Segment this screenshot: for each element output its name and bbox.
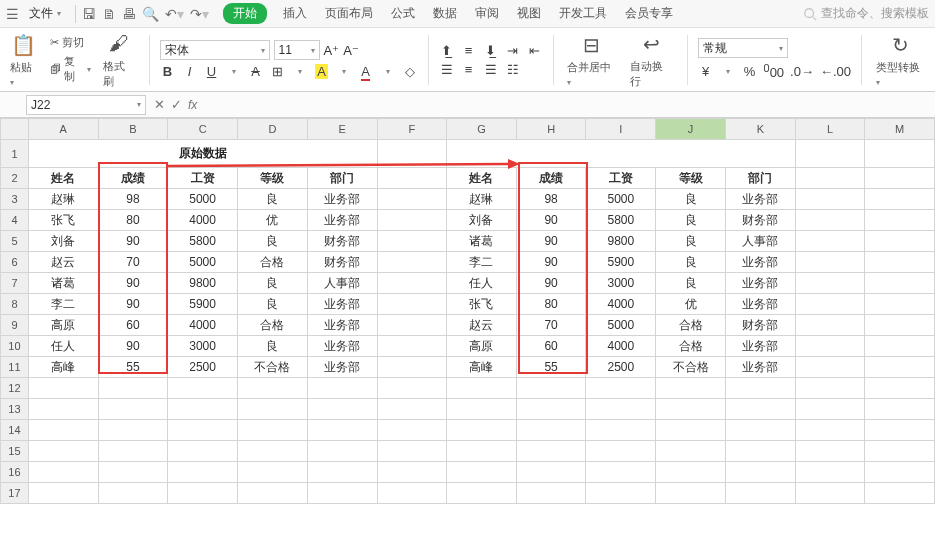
cell-H11[interactable]: 55: [516, 357, 586, 378]
cell-B9[interactable]: 60: [98, 315, 168, 336]
cell-L2[interactable]: [795, 168, 865, 189]
indent-increase-icon[interactable]: ⇥: [505, 43, 521, 58]
cell-H13[interactable]: [516, 399, 586, 420]
distribute-icon[interactable]: ☷: [505, 62, 521, 77]
cell-G15[interactable]: [447, 441, 517, 462]
clear-format-button[interactable]: ◇: [402, 64, 418, 79]
cell-C14[interactable]: [168, 420, 238, 441]
cell-I6[interactable]: 5900: [586, 252, 656, 273]
cell-K4[interactable]: 财务部: [725, 210, 795, 231]
cell-E16[interactable]: [307, 462, 377, 483]
cell-H4[interactable]: 90: [516, 210, 586, 231]
cell-E15[interactable]: [307, 441, 377, 462]
cell-E6[interactable]: 财务部: [307, 252, 377, 273]
undo-icon[interactable]: ↶▾: [165, 6, 184, 22]
cell-L9[interactable]: [795, 315, 865, 336]
font-size-select[interactable]: 11▾: [274, 40, 320, 60]
cell-M11[interactable]: [865, 357, 935, 378]
cell-C12[interactable]: [168, 378, 238, 399]
cell-F3[interactable]: [377, 189, 447, 210]
cell-M8[interactable]: [865, 294, 935, 315]
cell-F9[interactable]: [377, 315, 447, 336]
cell-L16[interactable]: [795, 462, 865, 483]
cell-F13[interactable]: [377, 399, 447, 420]
cell-D15[interactable]: [237, 441, 307, 462]
cell-K14[interactable]: [725, 420, 795, 441]
fill-color-button[interactable]: A: [314, 64, 330, 79]
cell-L6[interactable]: [795, 252, 865, 273]
cell-D17[interactable]: [237, 483, 307, 504]
cell-G13[interactable]: [447, 399, 517, 420]
tab-vip[interactable]: 会员专享: [623, 3, 675, 24]
cell-A9[interactable]: 高原: [28, 315, 98, 336]
cell-F14[interactable]: [377, 420, 447, 441]
cell-M1[interactable]: [865, 140, 935, 168]
cell-B13[interactable]: [98, 399, 168, 420]
cell-E13[interactable]: [307, 399, 377, 420]
cell-E9[interactable]: 业务部: [307, 315, 377, 336]
cell-J9[interactable]: 合格: [656, 315, 726, 336]
cell-K3[interactable]: 业务部: [725, 189, 795, 210]
col-header-D[interactable]: D: [237, 119, 307, 140]
row-header-10[interactable]: 10: [1, 336, 29, 357]
cell-G5[interactable]: 诸葛: [447, 231, 517, 252]
cell-C8[interactable]: 5900: [168, 294, 238, 315]
cell-E5[interactable]: 财务部: [307, 231, 377, 252]
cell-J2[interactable]: 等级: [656, 168, 726, 189]
cell-B12[interactable]: [98, 378, 168, 399]
search-box[interactable]: 查找命令、搜索模板: [803, 5, 929, 22]
cell-E12[interactable]: [307, 378, 377, 399]
col-header-I[interactable]: I: [586, 119, 656, 140]
cell-J6[interactable]: 良: [656, 252, 726, 273]
cell-J17[interactable]: [656, 483, 726, 504]
cell-B8[interactable]: 90: [98, 294, 168, 315]
row-header-6[interactable]: 6: [1, 252, 29, 273]
align-middle-icon[interactable]: ≡: [461, 43, 477, 58]
cell-M13[interactable]: [865, 399, 935, 420]
row-header-1[interactable]: 1: [1, 140, 29, 168]
cell-G7[interactable]: 任人: [447, 273, 517, 294]
cell-H12[interactable]: [516, 378, 586, 399]
cell-B4[interactable]: 80: [98, 210, 168, 231]
cell-K2[interactable]: 部门: [725, 168, 795, 189]
cell-L10[interactable]: [795, 336, 865, 357]
cell-H5[interactable]: 90: [516, 231, 586, 252]
cell-C6[interactable]: 5000: [168, 252, 238, 273]
cell-M9[interactable]: [865, 315, 935, 336]
cell-I14[interactable]: [586, 420, 656, 441]
align-center-icon[interactable]: ≡: [461, 62, 477, 77]
cell-I15[interactable]: [586, 441, 656, 462]
cell-G14[interactable]: [447, 420, 517, 441]
cell-M3[interactable]: [865, 189, 935, 210]
cell-L7[interactable]: [795, 273, 865, 294]
cell-C13[interactable]: [168, 399, 238, 420]
cell-M12[interactable]: [865, 378, 935, 399]
cell-D9[interactable]: 合格: [237, 315, 307, 336]
col-header-K[interactable]: K: [725, 119, 795, 140]
cell-M6[interactable]: [865, 252, 935, 273]
percent-icon[interactable]: %: [742, 64, 758, 79]
font-select[interactable]: 宋体▾: [160, 40, 270, 60]
cell-A7[interactable]: 诸葛: [28, 273, 98, 294]
cell-L17[interactable]: [795, 483, 865, 504]
tab-view[interactable]: 视图: [515, 3, 543, 24]
cell-D14[interactable]: [237, 420, 307, 441]
cell-J13[interactable]: [656, 399, 726, 420]
cell-H8[interactable]: 80: [516, 294, 586, 315]
fx-label[interactable]: fx: [188, 98, 197, 112]
cell-G1[interactable]: SORT函数排序数据: [447, 140, 796, 168]
cell-J14[interactable]: [656, 420, 726, 441]
name-box[interactable]: J22▾: [26, 95, 146, 115]
cut-button[interactable]: ✂剪切: [48, 34, 93, 51]
cell-K13[interactable]: [725, 399, 795, 420]
cell-A17[interactable]: [28, 483, 98, 504]
cell-D7[interactable]: 良: [237, 273, 307, 294]
cell-B16[interactable]: [98, 462, 168, 483]
cell-G4[interactable]: 刘备: [447, 210, 517, 231]
cell-K5[interactable]: 人事部: [725, 231, 795, 252]
cell-K15[interactable]: [725, 441, 795, 462]
paste-button[interactable]: 📋 粘贴 ▾: [6, 28, 42, 91]
border-button[interactable]: ⊞: [270, 64, 286, 79]
align-left-icon[interactable]: ☰: [439, 62, 455, 77]
cell-B3[interactable]: 98: [98, 189, 168, 210]
